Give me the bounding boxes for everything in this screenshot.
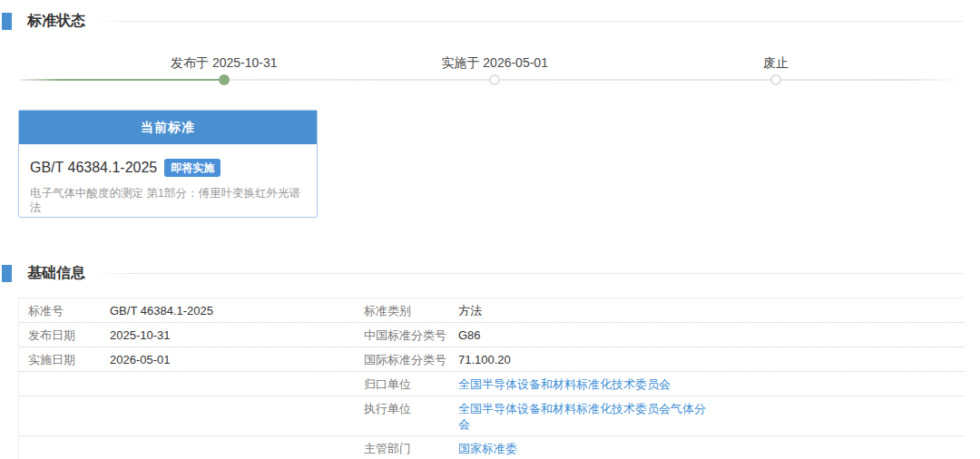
table-row: 执行单位 全国半导体设备和材料标准化技术委员会气体分会 (19, 396, 964, 436)
timeline-progress (20, 79, 224, 81)
timeline-node-label: 发布于 2025-10-31 (171, 54, 278, 72)
timeline-dot-pending (770, 74, 781, 85)
field-label: 发布日期 (19, 327, 110, 343)
timeline-node-label: 实施于 2026-05-01 (441, 54, 548, 72)
field-label: 标准类别 (364, 303, 458, 318)
status-section: 标准状态 发布于 2025-10-31 实施于 2026-05-01 废止 (0, 0, 980, 111)
field-label: 中国标准分类号 (364, 327, 458, 343)
standard-code: GB/T 46384.1-2025 (30, 160, 157, 176)
timeline-dot-pending (489, 74, 500, 85)
timeline-node-label: 废止 (763, 54, 789, 72)
field-label: 国际标准分类号 (364, 352, 458, 367)
section-divider-line (94, 21, 964, 22)
table-row: 发布日期 2025-10-31 中国标准分类号 G86 (19, 323, 964, 347)
field-label: 标准号 (19, 303, 110, 318)
current-standard-card-body: GB/T 46384.1-2025 即将实施 电子气体中酸度的测定 第1部分：傅… (19, 144, 317, 215)
standard-detail-page: 标准状态 发布于 2025-10-31 实施于 2026-05-01 废止 当前… (0, 0, 980, 459)
authority-link[interactable]: 国家标准委 (458, 441, 517, 456)
field-label: 实施日期 (19, 352, 110, 367)
current-standard-card[interactable]: 当前标准 GB/T 46384.1-2025 即将实施 电子气体中酸度的测定 第… (18, 110, 318, 218)
basic-info-section-title: 基础信息 (27, 264, 85, 283)
standard-name: 电子气体中酸度的测定 第1部分：傅里叶变换红外光谱法 (30, 186, 306, 215)
field-value: G86 (458, 327, 481, 343)
field-value: 2026-05-01 (110, 352, 364, 367)
field-value: 2025-10-31 (110, 327, 364, 343)
status-timeline: 发布于 2025-10-31 实施于 2026-05-01 废止 (20, 30, 960, 111)
field-label: 主管部门 (364, 441, 458, 456)
section-accent-bar (2, 13, 12, 30)
committee-link[interactable]: 全国半导体设备和材料标准化技术委员会 (458, 376, 671, 392)
table-row: 标准号 GB/T 46384.1-2025 标准类别 方法 (19, 298, 964, 323)
field-value: 71.100.20 (458, 352, 511, 367)
table-row: 归口单位 全国半导体设备和材料标准化技术委员会 (19, 372, 964, 396)
field-value: 方法 (458, 303, 482, 318)
basic-info-section-header: 基础信息 (0, 264, 980, 282)
basic-info-table: 标准号 GB/T 46384.1-2025 标准类别 方法 发布日期 2025-… (18, 298, 964, 459)
section-divider-line (94, 273, 964, 274)
section-accent-bar (2, 265, 12, 282)
timeline-dot-active (219, 74, 230, 85)
status-section-title: 标准状态 (27, 12, 85, 31)
executing-unit-link[interactable]: 全国半导体设备和材料标准化技术委员会气体分会 (458, 401, 713, 432)
table-row: 实施日期 2026-05-01 国际标准分类号 71.100.20 (19, 347, 964, 372)
status-section-header: 标准状态 (0, 12, 980, 30)
current-standard-card-header: 当前标准 (19, 111, 317, 144)
table-row: 主管部门 国家标准委 (19, 436, 964, 459)
field-label: 归口单位 (364, 376, 458, 392)
field-label: 执行单位 (364, 401, 458, 416)
basic-info-section: 基础信息 标准号 GB/T 46384.1-2025 标准类别 方法 发布日期 … (0, 264, 980, 459)
field-value: GB/T 46384.1-2025 (110, 303, 364, 318)
status-badge: 即将实施 (164, 159, 220, 177)
